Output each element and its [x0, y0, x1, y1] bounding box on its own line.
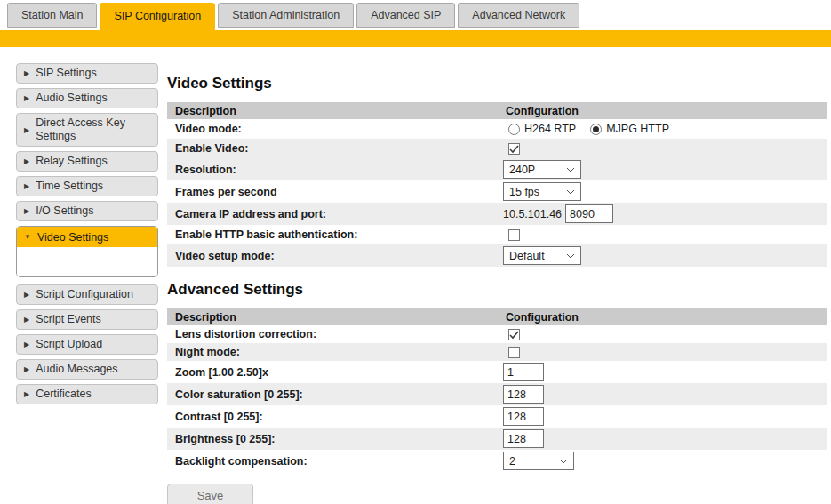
sidebar-item-certificates[interactable]: ▶ Certificates	[16, 384, 158, 404]
sidebar-item-label: Certificates	[36, 388, 92, 401]
resolution-select[interactable]: 240P	[503, 160, 581, 179]
sidebar-item-audio-settings[interactable]: ▶ Audio Settings	[16, 88, 158, 108]
sidebar-item-script-events[interactable]: ▶ Script Events	[16, 309, 158, 330]
video-mode-label: Video mode:	[167, 119, 498, 139]
sidebar-item-script-upload[interactable]: ▶ Script Upload	[16, 334, 158, 355]
mjpg-http-radio[interactable]	[590, 124, 602, 135]
camera-port-input[interactable]	[565, 204, 613, 223]
collapsed-arrow-icon: ▶	[24, 207, 29, 215]
configuration-column-header: Configuration	[498, 102, 827, 119]
night-mode-label: Night mode:	[167, 343, 498, 361]
accent-band	[0, 30, 831, 47]
sidebar-item-direct-access-key-settings[interactable]: ▶ Direct Access Key Settings	[16, 113, 158, 147]
color-saturation-label: Color saturation [0 255]:	[167, 383, 498, 405]
save-button[interactable]: Save	[167, 484, 253, 504]
advanced-settings-table: Description Configuration Lens distortio…	[167, 308, 827, 472]
zoom-label: Zoom [1.00 2.50]x	[167, 361, 498, 383]
table-row: Backlight compensation: 2	[167, 450, 827, 472]
tab-station-main[interactable]: Station Main	[7, 3, 97, 28]
sidebar-video-settings-panel	[17, 247, 157, 276]
h264-rtp-radio[interactable]	[508, 124, 520, 135]
sidebar-item-io-settings[interactable]: ▶ I/O Settings	[16, 201, 158, 221]
sidebar-item-label: Audio Messages	[36, 363, 117, 376]
brightness-input[interactable]	[503, 429, 544, 448]
lens-distortion-label: Lens distortion correction:	[167, 325, 498, 343]
http-auth-label: Enable HTTP basic authentication:	[167, 225, 498, 244]
mjpg-http-radio-label[interactable]: MJPG HTTP	[606, 123, 669, 135]
table-row: Camera IP address and port: 10.5.101.46	[167, 203, 827, 225]
sidebar-item-sip-settings[interactable]: ▶ SIP Settings	[16, 63, 158, 84]
tab-sip-configuration[interactable]: SIP Configuration	[100, 3, 215, 30]
collapsed-arrow-icon: ▶	[24, 157, 29, 165]
video-settings-table: Description Configuration Video mode: H2…	[167, 102, 827, 267]
sidebar-item-label: Direct Access Key Settings	[36, 116, 150, 143]
table-row: Color saturation [0 255]:	[167, 383, 827, 405]
sidebar-item-audio-messages[interactable]: ▶ Audio Messages	[16, 359, 158, 380]
tab-station-administration[interactable]: Station Administration	[218, 3, 354, 28]
collapsed-arrow-icon: ▶	[24, 69, 29, 77]
video-settings-title: Video Settings	[167, 75, 827, 92]
table-header-row: Description Configuration	[167, 308, 827, 325]
backlight-compensation-select[interactable]: 2	[503, 452, 574, 470]
tab-bar: Station Main SIP Configuration Station A…	[0, 0, 831, 30]
sidebar-group-video-settings: ▼ Video Settings	[16, 226, 158, 277]
enable-video-checkbox[interactable]	[508, 143, 520, 155]
description-column-header: Description	[167, 308, 498, 325]
http-auth-checkbox[interactable]	[508, 229, 520, 241]
collapsed-arrow-icon: ▶	[24, 316, 29, 324]
table-row: Enable HTTP basic authentication:	[167, 225, 827, 244]
table-row: Video setup mode: Default	[167, 244, 827, 267]
collapsed-arrow-icon: ▶	[24, 94, 29, 102]
resolution-select-value: 240P	[509, 164, 535, 176]
contrast-label: Contrast [0 255]:	[167, 405, 498, 428]
zoom-input[interactable]	[503, 363, 544, 381]
table-row: Lens distortion correction:	[167, 325, 827, 343]
description-column-header: Description	[167, 102, 498, 119]
configuration-column-header: Configuration	[498, 308, 827, 325]
checkmark-icon	[509, 145, 519, 154]
table-header-row: Description Configuration	[167, 102, 827, 119]
night-mode-checkbox[interactable]	[508, 347, 520, 358]
camera-ip-label: Camera IP address and port:	[167, 203, 498, 225]
collapsed-arrow-icon: ▶	[24, 291, 29, 299]
collapsed-arrow-icon: ▶	[24, 126, 29, 134]
collapsed-arrow-icon: ▶	[24, 365, 29, 373]
sidebar-item-label: Video Settings	[37, 231, 108, 244]
video-setup-mode-select-value: Default	[509, 250, 545, 262]
table-row: Night mode:	[167, 343, 827, 361]
sidebar-item-label: Time Settings	[36, 180, 103, 193]
chevron-down-icon	[559, 459, 568, 464]
table-row: Contrast [0 255]:	[167, 405, 827, 428]
lens-distortion-checkbox[interactable]	[508, 329, 520, 340]
frames-per-second-select[interactable]: 15 fps	[503, 182, 581, 201]
contrast-input[interactable]	[503, 407, 544, 426]
sidebar-item-relay-settings[interactable]: ▶ Relay Settings	[16, 151, 158, 172]
sidebar-item-label: Script Upload	[36, 338, 102, 351]
color-saturation-input[interactable]	[503, 385, 544, 404]
frames-per-second-select-value: 15 fps	[509, 186, 539, 198]
expanded-arrow-icon: ▼	[24, 233, 31, 241]
sidebar-item-video-settings[interactable]: ▼ Video Settings	[17, 227, 157, 247]
collapsed-arrow-icon: ▶	[24, 340, 29, 348]
chevron-down-icon	[566, 189, 575, 195]
video-setup-mode-select[interactable]: Default	[503, 246, 581, 265]
sidebar-item-time-settings[interactable]: ▶ Time Settings	[16, 176, 158, 196]
collapsed-arrow-icon: ▶	[24, 182, 29, 190]
station-web-ui: { "tabs": { "items": [ { "label": "Stati…	[0, 0, 831, 504]
table-row: Frames per second 15 fps	[167, 180, 827, 203]
sidebar-item-label: Relay Settings	[36, 155, 108, 168]
sidebar-item-label: Script Configuration	[36, 288, 133, 301]
collapsed-arrow-icon: ▶	[24, 390, 29, 398]
tab-advanced-network[interactable]: Advanced Network	[458, 3, 579, 28]
main-content: Video Settings Description Configuration…	[167, 68, 827, 504]
enable-video-label: Enable Video:	[167, 139, 498, 158]
table-row: Brightness [0 255]:	[167, 428, 827, 450]
video-setup-mode-label: Video setup mode:	[167, 244, 498, 267]
brightness-label: Brightness [0 255]:	[167, 428, 498, 450]
sidebar-item-label: SIP Settings	[36, 67, 97, 80]
h264-rtp-radio-label[interactable]: H264 RTP	[524, 123, 576, 135]
tab-advanced-sip[interactable]: Advanced SIP	[356, 3, 455, 28]
camera-ip-address-text: 10.5.101.46	[503, 208, 562, 220]
sidebar-item-script-configuration[interactable]: ▶ Script Configuration	[16, 284, 158, 305]
backlight-compensation-select-value: 2	[509, 455, 515, 468]
